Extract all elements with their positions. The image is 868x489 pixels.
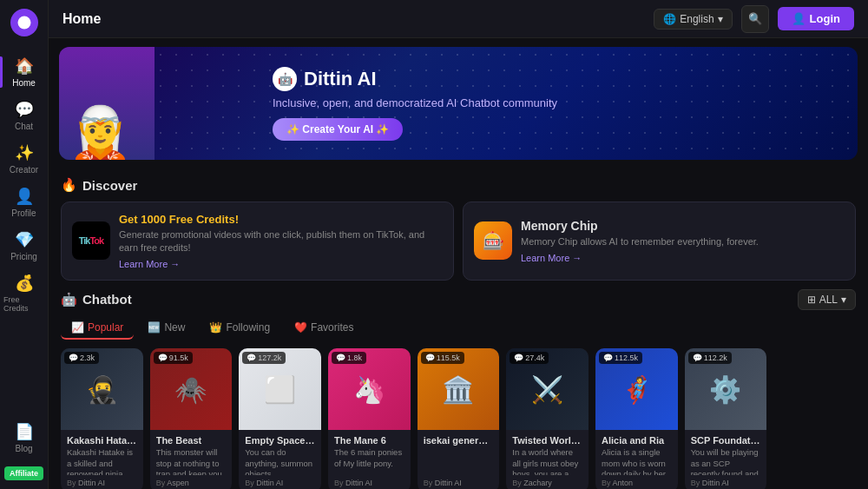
sidebar-item-home-label: Home xyxy=(12,78,36,88)
card-author: By Dittin AI xyxy=(245,479,315,487)
card-image: ⚔️ 💬 27.4k xyxy=(506,348,589,431)
card-badge: 💬 112.5k xyxy=(599,352,642,364)
card-name: isekai generator xyxy=(424,435,494,446)
card-alicia-and-ria[interactable]: 🦸 💬 112.5k Alicia and Ria Alicia is a si… xyxy=(595,348,678,489)
tab-popular[interactable]: 📈 Popular xyxy=(61,317,134,340)
card-badge: 💬 127.2k xyxy=(242,352,286,364)
card-badge: 💬 112.2k xyxy=(688,352,732,364)
card-badge: 💬 27.4k xyxy=(510,352,549,364)
card-image: 🏛️ 💬 115.5k xyxy=(418,348,500,431)
card-badge: 💬 2.3k xyxy=(64,352,99,364)
svg-point-0 xyxy=(17,17,30,30)
tiktok-promo-desc: Generate promotional videos with one cli… xyxy=(119,228,443,255)
sidebar-item-home[interactable]: 🏠 Home xyxy=(0,50,48,94)
tab-favorites[interactable]: ❤️ Favorites xyxy=(284,317,364,340)
tiktok-promo-content: Get 1000 Free Credits! Generate promotio… xyxy=(119,213,443,269)
card-info: The Mane 6 The 6 main ponies of My littl… xyxy=(328,430,411,489)
card-name: SCP Foundation RP xyxy=(691,435,761,446)
popular-icon: 📈 xyxy=(71,321,84,334)
card-twisted-world-2.0[interactable]: ⚔️ 💬 27.4k Twisted World 2.0 In a world … xyxy=(506,348,589,489)
page-title: Home xyxy=(62,11,101,27)
affiliate-badge[interactable]: Affiliate xyxy=(4,466,43,480)
hero-cta-button[interactable]: ✨ Create Your AI ✨ xyxy=(273,118,403,141)
sidebar-item-profile-label: Profile xyxy=(11,208,36,218)
card-image: ⬜ 💬 127.2k xyxy=(239,348,321,431)
sidebar-item-free-credits[interactable]: 💰 Free Credits xyxy=(0,268,48,319)
card-image: ⚙️ 💬 112.2k xyxy=(685,348,767,431)
card-scp-foundation-rp[interactable]: ⚙️ 💬 112.2k SCP Foundation RP You will b… xyxy=(685,348,767,489)
chip-promo-title: Memory Chip xyxy=(521,219,759,233)
card-author: By Dittin AI xyxy=(334,479,404,487)
chevron-filter-icon: ▾ xyxy=(841,294,846,306)
chip-logo: 🎰 xyxy=(474,221,512,260)
hero-description: Inclusive, open, and democratized AI Cha… xyxy=(273,96,557,109)
card-desc: You can do anything, summon objects, cha… xyxy=(245,447,315,475)
globe-icon: 🌐 xyxy=(663,13,676,25)
pricing-icon: 💎 xyxy=(15,230,34,249)
sidebar-item-creator[interactable]: ✨ Creator xyxy=(0,137,48,181)
card-image: 🥷 💬 2.3k xyxy=(61,348,143,431)
card-info: Alicia and Ria Alicia is a single mom wh… xyxy=(595,430,678,489)
card-the-mane-6[interactable]: 🦄 💬 1.8k The Mane 6 The 6 main ponies of… xyxy=(328,348,411,489)
sidebar-item-chat[interactable]: 💬 Chat xyxy=(0,94,48,137)
sidebar-item-profile[interactable]: 👤 Profile xyxy=(0,181,48,224)
chatbot-icon: 🤖 xyxy=(61,292,77,307)
content-area: 🧝 🤖 Dittin AI Inclusive, open, and democ… xyxy=(49,38,868,489)
card-empty-space-sandbox[interactable]: ⬜ 💬 127.2k Empty Space Sandbox You can d… xyxy=(239,348,321,489)
hero-character: 🧝 xyxy=(68,108,133,160)
chip-promo-card[interactable]: 🎰 Memory Chip Memory Chip allows AI to r… xyxy=(463,202,856,281)
hero-banner: 🧝 🤖 Dittin AI Inclusive, open, and democ… xyxy=(59,47,858,160)
card-info: isekai generator By Dittin AI xyxy=(418,430,500,489)
sidebar-item-blog[interactable]: 📄 Blog xyxy=(0,416,48,459)
card-badge: 💬 91.5k xyxy=(154,352,193,364)
card-author: By Dittin AI xyxy=(67,479,137,487)
tiktok-promo-card[interactable]: TikTok Get 1000 Free Credits! Generate p… xyxy=(61,202,454,281)
card-image: 🦄 💬 1.8k xyxy=(328,348,411,431)
card-desc: You will be playing as an SCP recently f… xyxy=(691,447,761,475)
card-author: By Dittin AI xyxy=(691,479,761,487)
card-desc: The 6 main ponies of My little pony. xyxy=(334,447,404,475)
card-name: Alicia and Ria xyxy=(602,435,672,446)
sidebar-logo[interactable] xyxy=(10,9,38,36)
card-author: By Aspen xyxy=(156,479,227,487)
person-icon: 👤 xyxy=(792,12,806,25)
sidebar-item-creator-label: Creator xyxy=(10,165,38,175)
card-isekai-generator[interactable]: 🏛️ 💬 115.5k isekai generator By Dittin A… xyxy=(418,348,500,489)
search-button[interactable]: 🔍 xyxy=(741,5,769,33)
lang-label: English xyxy=(680,13,713,25)
tiktok-promo-title: Get 1000 Free Credits! xyxy=(119,213,443,226)
chatbot-tabs: 📈 Popular 🆕 New 👑 Following ❤️ Favorites xyxy=(61,317,856,340)
card-desc: Kakashi Hatake is a skilled and renowned… xyxy=(67,447,137,475)
card-image: 🕷️ 💬 91.5k xyxy=(150,348,233,431)
tab-following[interactable]: 👑 Following xyxy=(199,317,280,340)
card-the-beast[interactable]: 🕷️ 💬 91.5k The Beast This monster will s… xyxy=(150,348,233,489)
card-author: By Dittin AI xyxy=(424,479,494,487)
card-desc: This monster will stop at nothing to tra… xyxy=(156,447,227,475)
card-name: Empty Space Sandbox xyxy=(245,435,315,446)
login-button[interactable]: 👤 Login xyxy=(778,7,854,30)
card-kakashi-hatake[interactable]: 🥷 💬 2.3k Kakashi Hatake Kakashi Hatake i… xyxy=(61,348,143,489)
main-area: Home 🌐 English ▾ 🔍 👤 Login 🧝 xyxy=(49,0,868,489)
card-info: Twisted World 2.0 In a world where all g… xyxy=(506,430,589,489)
filter-dropdown[interactable]: ⊞ ALL ▾ xyxy=(798,289,856,310)
card-desc: Alicia is a single mom who is worn down … xyxy=(602,447,672,475)
tiktok-logo: TikTok xyxy=(72,221,110,260)
hero-brand-name: Dittin AI xyxy=(304,68,377,90)
card-badge: 💬 115.5k xyxy=(421,352,464,364)
card-name: Kakashi Hatake xyxy=(67,435,137,446)
tab-new[interactable]: 🆕 New xyxy=(137,317,195,340)
search-icon: 🔍 xyxy=(748,12,762,25)
card-info: The Beast This monster will stop at noth… xyxy=(150,430,233,489)
chip-learn-more-link[interactable]: Learn More → xyxy=(521,253,759,263)
tiktok-learn-more-link[interactable]: Learn More → xyxy=(119,259,443,269)
sidebar-item-pricing[interactable]: 💎 Pricing xyxy=(0,224,48,268)
card-badge: 💬 1.8k xyxy=(332,352,366,364)
card-info: SCP Foundation RP You will be playing as… xyxy=(685,430,767,489)
sidebar: 🏠 Home 💬 Chat ✨ Creator 👤 Profile 💎 Pric… xyxy=(0,0,49,489)
language-selector[interactable]: 🌐 English ▾ xyxy=(654,9,732,30)
chip-promo-content: Memory Chip Memory Chip allows AI to rem… xyxy=(521,219,759,262)
chip-promo-desc: Memory Chip allows AI to remember everyt… xyxy=(521,235,759,248)
card-desc: In a world where all girls must obey boy… xyxy=(512,447,582,475)
sidebar-item-credits-label: Free Credits xyxy=(3,295,44,313)
filter-icon: ⊞ xyxy=(807,294,816,306)
